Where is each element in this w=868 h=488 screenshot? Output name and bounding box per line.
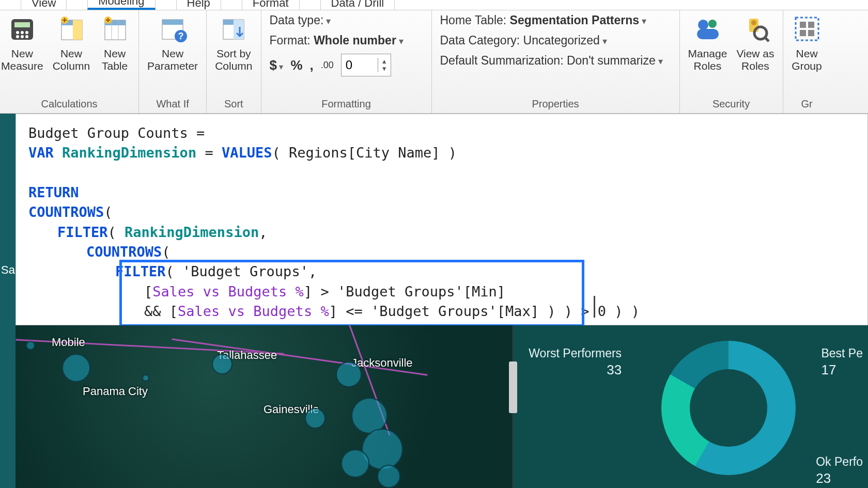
format-value: Whole number <box>314 34 396 47</box>
properties-label: Properties <box>532 95 579 113</box>
default-summarization-dropdown[interactable]: Default Summarization: Don't summarize <box>440 54 663 68</box>
ribbon-tabs: View Modeling Help Format Data / Drill <box>0 0 868 10</box>
decimals-icon: .00 <box>321 60 334 71</box>
new-parameter-l1: New <box>162 48 183 60</box>
svg-point-24 <box>698 20 708 30</box>
formula-line-return: RETURN <box>28 183 855 202</box>
formula-line-cond2: && [Sales vs Budgets %] <= 'Budget Group… <box>28 302 855 321</box>
calculations-label: Calculations <box>41 95 98 113</box>
home-table-dropdown[interactable]: Home Table: Segmentation Patterns <box>440 13 647 27</box>
groups-label: Gr <box>801 95 812 113</box>
new-group-l2: Group <box>792 60 822 72</box>
decimals-up[interactable]: ▲ <box>378 58 391 65</box>
tab-view[interactable]: View <box>21 0 67 10</box>
thousands-button[interactable]: , <box>310 57 314 73</box>
svg-point-5 <box>16 35 19 38</box>
view-as-roles-button[interactable]: View as Roles <box>736 13 774 72</box>
new-column-l2: Column <box>53 60 90 72</box>
tab-modeling[interactable]: Modeling <box>87 0 155 10</box>
view-as-l1: View as <box>736 48 774 60</box>
formula-bar[interactable]: Budget Group Counts = VAR RankingDimensi… <box>16 114 868 325</box>
parameter-icon: ? <box>157 13 188 44</box>
svg-point-25 <box>708 20 717 28</box>
svg-text:?: ? <box>178 31 184 41</box>
sort-label: Sort <box>224 95 243 113</box>
formula-line-cond1: [Sales vs Budgets %] > 'Budget Groups'[M… <box>28 282 855 302</box>
ribbon-group-security: Manage Roles View as Roles Security <box>680 10 783 113</box>
home-table-value: Segmentation Patterns <box>510 13 640 27</box>
data-category-dropdown[interactable]: Data Category: Uncategorized <box>440 34 607 48</box>
donut-best-label: Best Pe 17 <box>821 346 863 379</box>
new-parameter-l2: Parameter <box>147 60 198 72</box>
format-dropdown[interactable]: Format: Whole number <box>270 34 404 48</box>
table-icon <box>99 13 130 44</box>
tab-format[interactable]: Format <box>242 0 300 10</box>
svg-rect-35 <box>808 30 814 36</box>
svg-line-30 <box>765 37 769 41</box>
map-label-panama: Panama City <box>83 385 148 398</box>
new-group-button[interactable]: New Group <box>792 13 823 72</box>
ribbon-group-formatting: Data type: Format: Whole number $ % , .0… <box>261 10 432 113</box>
column-icon <box>56 13 87 44</box>
svg-rect-32 <box>800 22 806 28</box>
svg-rect-18 <box>162 20 183 25</box>
sort-icon <box>218 13 249 44</box>
report-canvas: Mobile Tallahassee Jacksonville Panama C… <box>16 325 868 488</box>
svg-rect-31 <box>796 18 818 40</box>
svg-rect-33 <box>808 22 814 28</box>
map-label-jacksonville: Jacksonville <box>351 356 413 370</box>
new-parameter-button[interactable]: ? New Parameter <box>147 13 198 72</box>
new-table-button[interactable]: New Table <box>99 13 130 72</box>
summ-label: Default Summarization: <box>440 54 564 67</box>
data-category-value: Uncategorized <box>523 34 600 47</box>
svg-point-3 <box>21 31 24 34</box>
new-measure-l2: Measure <box>1 60 43 72</box>
home-table-label: Home Table: <box>440 13 507 27</box>
currency-button[interactable]: $ <box>270 57 284 73</box>
ribbon-group-sort: Sort by Column Sort <box>207 10 261 113</box>
formula-line-filter1: FILTER( RankingDimension, <box>28 223 855 242</box>
manage-roles-button[interactable]: Manage Roles <box>688 13 727 72</box>
formula-line-1: Budget Group Counts = <box>28 123 855 143</box>
manage-roles-l1: Manage <box>688 48 727 60</box>
format-label: Format: <box>270 34 311 47</box>
donut-chart <box>661 341 796 475</box>
view-as-l2: Roles <box>741 60 769 72</box>
percent-button[interactable]: % <box>290 57 302 73</box>
ribbon: New Measure New Column New Table Calcula… <box>0 10 868 114</box>
new-measure-l1: New <box>11 48 33 60</box>
decimals-down[interactable]: ▼ <box>378 65 391 72</box>
ribbon-group-calculations: New Measure New Column New Table Calcula… <box>0 10 139 113</box>
view-as-roles-icon <box>740 13 771 44</box>
svg-point-6 <box>21 35 24 38</box>
svg-rect-10 <box>73 20 82 40</box>
formula-line-filter2: FILTER( 'Budget Groups', <box>28 262 855 281</box>
decimals-input[interactable] <box>342 56 378 74</box>
formula-line-cr1: COUNTROWS( <box>28 202 855 222</box>
data-type-label: Data type: <box>270 13 324 27</box>
formula-line-cr2: COUNTROWS( <box>28 242 855 262</box>
tab-data-drill[interactable]: Data / Drill <box>320 0 395 10</box>
donut-worst-label: Worst Performers 33 <box>529 346 622 379</box>
data-type-dropdown[interactable]: Data type: <box>270 13 331 27</box>
new-column-button[interactable]: New Column <box>53 13 90 72</box>
ribbon-group-whatif: ? New Parameter What If <box>139 10 207 113</box>
new-table-l1: New <box>104 48 126 60</box>
group-icon <box>792 13 823 44</box>
new-column-l1: New <box>60 48 82 60</box>
map-visual[interactable]: Mobile Tallahassee Jacksonville Panama C… <box>16 325 513 488</box>
map-label-mobile: Mobile <box>52 336 85 349</box>
decimals-spinner[interactable]: ▲ ▼ <box>341 54 391 76</box>
sort-by-l1: Sort by <box>216 48 251 60</box>
ribbon-group-groups: New Group Gr <box>783 10 831 113</box>
new-measure-button[interactable]: New Measure <box>1 13 43 72</box>
donut-visual[interactable]: Worst Performers 33 Best Pe 17 Ok Perfo … <box>513 325 868 488</box>
scrollbar-thumb[interactable] <box>509 361 517 413</box>
svg-rect-23 <box>234 20 244 39</box>
sort-by-l2: Column <box>215 60 252 72</box>
formula-caret <box>594 296 604 318</box>
formula-line-2: VAR RankingDimension = VALUES( Regions[C… <box>28 143 855 163</box>
sort-by-column-button[interactable]: Sort by Column <box>215 13 252 72</box>
data-category-label: Data Category: <box>440 34 520 47</box>
tab-help[interactable]: Help <box>176 0 221 10</box>
